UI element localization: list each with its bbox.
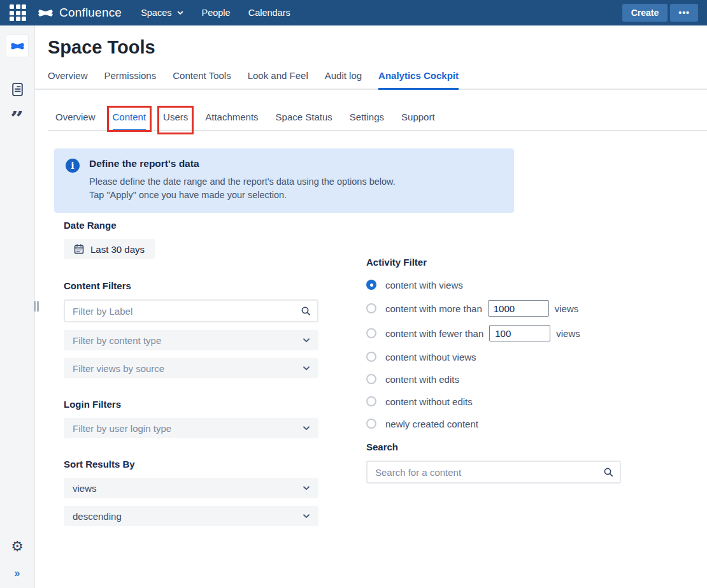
radio-content-with-edits[interactable] xyxy=(366,374,376,384)
tab-content-tools[interactable]: Content Tools xyxy=(173,70,231,89)
subtab-overview[interactable]: Overview xyxy=(55,111,96,130)
login-filters-heading: Login Filters xyxy=(64,399,318,410)
product-name[interactable]: Confluence xyxy=(59,6,122,20)
filters-column: Date Range Last 30 days Content Filters … xyxy=(64,220,318,534)
content-type-placeholder: Filter by content type xyxy=(73,335,161,346)
sort-results-heading: Sort Results By xyxy=(64,459,318,470)
views-source-placeholder: Filter views by source xyxy=(73,363,164,374)
radio-newly-created-content[interactable] xyxy=(366,419,376,429)
analytics-sub-tabs: Overview Content Users Attachments Space… xyxy=(48,111,707,131)
subtab-settings[interactable]: Settings xyxy=(350,111,384,130)
more-than-views-input[interactable] xyxy=(488,300,549,317)
activity-column: Activity Filter content with views conte… xyxy=(366,257,621,491)
radio-row-without-edits: content without edits xyxy=(366,394,621,408)
chevron-down-icon xyxy=(302,424,311,433)
radio-row-newly-created: newly created content xyxy=(366,417,621,431)
date-range-button[interactable]: Last 30 days xyxy=(64,239,155,259)
filter-by-label-input[interactable] xyxy=(64,299,318,322)
page-title: Space Tools xyxy=(48,37,155,58)
sort-field-select[interactable]: views xyxy=(64,478,318,498)
radio-label-suffix: views xyxy=(556,328,580,339)
radio-label-prefix: content with fewer than xyxy=(385,328,483,339)
nav-people[interactable]: People xyxy=(202,8,231,18)
radio-content-more-than[interactable] xyxy=(366,303,376,313)
content-type-select[interactable]: Filter by content type xyxy=(64,330,318,350)
radio-label: content with edits xyxy=(385,374,459,385)
views-source-select[interactable]: Filter views by source xyxy=(64,358,318,378)
radio-label: content without edits xyxy=(385,396,473,407)
login-type-placeholder: Filter by user login type xyxy=(73,423,171,434)
radio-row-without-views: content without views xyxy=(366,350,621,364)
radio-content-without-views[interactable] xyxy=(366,352,376,362)
subtab-space-status[interactable]: Space Status xyxy=(276,111,332,130)
create-button[interactable]: Create xyxy=(622,4,668,22)
radio-label: content with views xyxy=(385,280,463,290)
radio-content-fewer-than[interactable] xyxy=(366,328,376,338)
subtab-support[interactable]: Support xyxy=(401,111,435,130)
sidebar-resize-handle[interactable] xyxy=(34,301,39,312)
subtab-users[interactable]: Users xyxy=(163,111,188,130)
tab-look-and-feel[interactable]: Look and Feel xyxy=(248,70,308,89)
chevron-down-icon xyxy=(302,512,311,520)
info-icon: i xyxy=(66,159,80,173)
pages-icon[interactable] xyxy=(0,82,34,97)
login-type-select[interactable]: Filter by user login type xyxy=(64,418,318,438)
app-switcher-icon[interactable] xyxy=(10,4,26,21)
top-nav-links: Spaces People Calendars xyxy=(141,8,290,18)
quote-icon[interactable]: ” xyxy=(0,111,34,126)
radio-label-prefix: content with more than xyxy=(385,303,482,314)
subtab-content[interactable]: Content xyxy=(113,111,146,131)
radio-content-without-edits[interactable] xyxy=(366,396,376,406)
sidebar-bottom-group: ⚙ » xyxy=(0,540,34,579)
calendar-icon xyxy=(74,244,84,254)
more-actions-button[interactable]: ••• xyxy=(670,4,698,22)
fewer-than-views-input[interactable] xyxy=(489,325,550,341)
nav-spaces-label: Spaces xyxy=(141,8,171,18)
radio-row-content-with-views: content with views xyxy=(366,278,621,292)
chevron-down-icon xyxy=(302,336,311,345)
banner-line-2: Tap "Apply" once you have made your sele… xyxy=(89,189,396,202)
top-navigation-bar: Confluence Spaces People Calendars Creat… xyxy=(0,0,707,25)
confluence-logo-icon[interactable] xyxy=(38,8,53,18)
left-sidebar: ” ⚙ » xyxy=(0,25,35,588)
confluence-space-icon xyxy=(11,41,24,51)
date-range-heading: Date Range xyxy=(64,220,318,231)
sort-direction-value: descending xyxy=(73,511,122,522)
space-logo-button[interactable] xyxy=(6,35,28,57)
chevron-down-icon xyxy=(176,9,184,17)
tab-analytics-cockpit[interactable]: Analytics Cockpit xyxy=(378,70,459,90)
search-content-input[interactable] xyxy=(366,461,621,484)
tab-audit-log[interactable]: Audit log xyxy=(325,70,362,89)
sort-field-value: views xyxy=(73,483,97,494)
banner-line-1: Please define the date range and the rep… xyxy=(89,175,396,189)
subtab-attachments[interactable]: Attachments xyxy=(205,111,258,130)
tab-permissions[interactable]: Permissions xyxy=(104,70,157,89)
radio-row-fewer-than: content with fewer than views xyxy=(366,325,621,341)
tab-overview[interactable]: Overview xyxy=(48,70,88,89)
expand-sidebar-icon[interactable]: » xyxy=(0,568,34,579)
radio-label: newly created content xyxy=(385,419,478,429)
info-banner: i Define the report's data Please define… xyxy=(54,148,514,213)
nav-calendars[interactable]: Calendars xyxy=(248,8,290,18)
radio-label-suffix: views xyxy=(555,303,579,314)
sort-direction-select[interactable]: descending xyxy=(64,506,318,526)
nav-people-label: People xyxy=(202,8,231,18)
nav-calendars-label: Calendars xyxy=(248,8,290,18)
content-filters-heading: Content Filters xyxy=(64,280,318,291)
chevron-down-icon xyxy=(302,484,311,492)
radio-row-with-edits: content with edits xyxy=(366,372,621,386)
banner-title: Define the report's data xyxy=(89,158,396,169)
space-tools-tabs: Overview Permissions Content Tools Look … xyxy=(35,70,707,90)
search-heading: Search xyxy=(366,441,621,452)
radio-label: content without views xyxy=(385,352,476,362)
activity-filter-heading: Activity Filter xyxy=(366,257,621,268)
nav-spaces[interactable]: Spaces xyxy=(141,8,183,18)
chevron-down-icon xyxy=(302,364,311,373)
radio-row-more-than: content with more than views xyxy=(366,300,621,317)
radio-content-with-views[interactable] xyxy=(366,280,376,290)
date-range-value: Last 30 days xyxy=(90,244,145,255)
gear-icon[interactable]: ⚙ xyxy=(0,540,34,554)
